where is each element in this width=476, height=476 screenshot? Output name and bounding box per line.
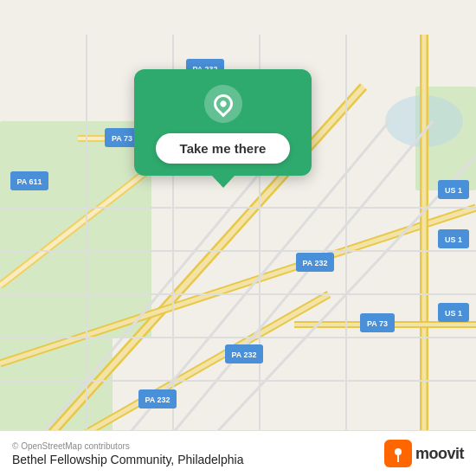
svg-point-51 [395, 448, 402, 455]
svg-text:US 1: US 1 [445, 309, 462, 318]
svg-text:PA 232: PA 232 [145, 396, 170, 404]
svg-text:PA 73: PA 73 [367, 319, 388, 328]
svg-text:PA 611: PA 611 [16, 177, 42, 186]
take-me-there-button[interactable]: Take me there [156, 133, 291, 164]
svg-text:US 1: US 1 [445, 186, 462, 195]
moovit-brand-label: moovit [415, 445, 464, 463]
location-name: Bethel Fellowship Community, Philadelphi… [12, 453, 243, 466]
svg-text:PA 232: PA 232 [231, 351, 256, 359]
bottom-left-info: © OpenStreetMap contributors Bethel Fell… [12, 441, 243, 466]
moovit-logo: moovit [384, 440, 464, 467]
moovit-icon [384, 440, 412, 467]
bottom-bar: © OpenStreetMap contributors Bethel Fell… [0, 430, 476, 476]
location-icon-wrapper [204, 85, 242, 123]
svg-text:US 1: US 1 [445, 235, 462, 244]
location-popup: Take me there [134, 69, 312, 176]
map-container: PA 232 PA 611 PA 73 US 1 US 1 PA 232 PA … [0, 0, 476, 476]
svg-text:PA 232: PA 232 [302, 259, 327, 267]
svg-text:PA 73: PA 73 [112, 134, 132, 143]
attribution-text: © OpenStreetMap contributors [12, 441, 243, 451]
location-pin-icon [209, 90, 236, 117]
